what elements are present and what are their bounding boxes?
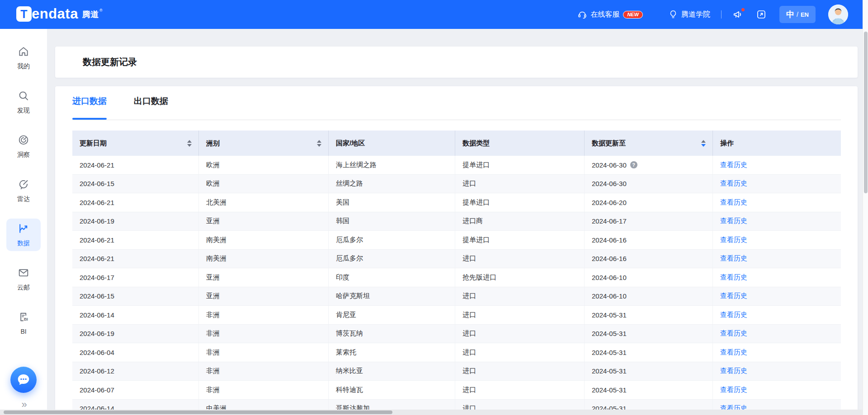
- cell-type: 提单进口: [455, 193, 585, 212]
- cell-country: 博茨瓦纳: [329, 325, 455, 343]
- sidebar-item-label: 云邮: [17, 284, 30, 291]
- view-history-link[interactable]: 查看历史: [720, 348, 747, 357]
- view-history-link[interactable]: 查看历史: [720, 367, 747, 375]
- fullscreen-button[interactable]: [756, 9, 767, 20]
- expand-icon: [756, 9, 767, 20]
- cell-date: 2024-06-21: [72, 156, 199, 174]
- cell-value: 提单进口: [462, 236, 490, 244]
- logo-name: endata: [32, 5, 78, 23]
- cell-value: 进口: [462, 367, 476, 375]
- cell-value: 2024-06-15: [80, 180, 114, 187]
- tab-bar: 进口数据 出口数据: [72, 86, 841, 120]
- vertical-scrollbar-thumb[interactable]: [864, 32, 868, 193]
- sidebar-item-label: 洞察: [17, 151, 30, 159]
- view-history-link[interactable]: 查看历史: [720, 292, 747, 300]
- view-history-link[interactable]: 查看历史: [720, 179, 747, 188]
- sidebar-item-bi[interactable]: BIBI: [6, 307, 41, 340]
- column-header-continent[interactable]: 洲别: [199, 131, 329, 156]
- cell-continent: 非洲: [199, 381, 329, 399]
- cell-continent: 亚洲: [199, 287, 329, 306]
- cell-value: 2024-06-21: [80, 255, 114, 262]
- cell-date: 2024-06-12: [72, 362, 199, 381]
- sidebar-item-discover[interactable]: 发现: [6, 86, 41, 118]
- view-history-link[interactable]: 查看历史: [720, 311, 747, 319]
- sidebar-item-radar[interactable]: 雷达: [6, 174, 41, 207]
- cell-continent: 南美洲: [199, 231, 329, 249]
- sidebar: 我的发现洞察雷达数据云邮BIBI »: [0, 29, 47, 415]
- sort-control[interactable]: [187, 140, 192, 147]
- view-history-link[interactable]: 查看历史: [720, 236, 747, 244]
- lang-separator: /: [797, 11, 798, 18]
- sort-control[interactable]: [701, 140, 706, 147]
- page-title: 数据更新记录: [83, 56, 137, 68]
- sidebar-item-home[interactable]: 我的: [6, 42, 41, 74]
- cell-date: 2024-06-21: [72, 250, 199, 268]
- tab-export-data[interactable]: 出口数据: [134, 96, 168, 120]
- cell-continent: 非洲: [199, 306, 329, 324]
- table-body: 2024-06-21欧洲海上丝绸之路提单进口2024-06-30?查看历史202…: [72, 156, 841, 415]
- cell-value: 2024-05-31: [592, 367, 627, 375]
- view-history-link[interactable]: 查看历史: [720, 198, 747, 207]
- cell-value: 非洲: [206, 311, 220, 319]
- announcement-button[interactable]: [732, 9, 743, 20]
- notification-dot: [741, 8, 745, 12]
- cell-updated_to: 2024-05-31: [585, 343, 713, 362]
- brand-logo[interactable]: T endata 腾道 ®: [16, 5, 103, 23]
- sidebar-item-data[interactable]: 数据: [6, 219, 41, 251]
- table-row: 2024-06-17亚洲印度抢先版进口2024-06-10查看历史: [72, 268, 841, 287]
- cell-value: 2024-06-12: [80, 367, 114, 375]
- sidebar-collapse-button[interactable]: »: [21, 399, 25, 410]
- cell-value: 进口商: [462, 217, 483, 225]
- view-history-link[interactable]: 查看历史: [720, 161, 747, 169]
- horizontal-scrollbar-track[interactable]: [0, 410, 863, 415]
- sidebar-item-label: 我的: [17, 62, 30, 70]
- sort-descending-icon: [701, 144, 706, 147]
- column-header-updated_to[interactable]: 数据更新至: [585, 131, 713, 156]
- cell-value: 2024-06-30: [592, 180, 627, 187]
- home-icon: [18, 46, 29, 59]
- sort-ascending-icon: [317, 140, 321, 143]
- language-switch-button[interactable]: 中 / EN: [779, 6, 816, 23]
- sort-control[interactable]: [317, 140, 321, 147]
- data-card: 进口数据 出口数据 更新日期洲别国家/地区数据类型数据更新至操作 2024-06…: [55, 86, 858, 415]
- cell-value: 进口: [462, 386, 476, 394]
- chat-support-button[interactable]: [10, 367, 37, 393]
- column-header-label: 洲别: [206, 139, 220, 148]
- view-history-link[interactable]: 查看历史: [720, 329, 747, 338]
- cell-date: 2024-06-14: [72, 306, 199, 324]
- cell-updated_to: 2024-06-10: [585, 268, 713, 287]
- horizontal-scrollbar-thumb[interactable]: [4, 410, 392, 414]
- academy-button[interactable]: 腾道学院: [668, 9, 710, 19]
- cell-date: 2024-06-19: [72, 325, 199, 343]
- cell-value: 进口: [462, 329, 476, 338]
- cell-type: 进口: [455, 175, 585, 193]
- sidebar-item-label: BI: [20, 328, 26, 336]
- cell-updated_to: 2024-06-30: [585, 175, 713, 193]
- view-history-link[interactable]: 查看历史: [720, 217, 747, 225]
- sidebar-item-insight[interactable]: 洞察: [6, 130, 41, 163]
- lang-en-label: EN: [801, 11, 809, 18]
- sidebar-item-mail[interactable]: 云邮: [6, 263, 41, 295]
- table-row: 2024-06-21南美洲厄瓜多尔进口2024-06-16查看历史: [72, 250, 841, 269]
- view-history-link[interactable]: 查看历史: [720, 386, 747, 394]
- cell-value: 进口: [462, 348, 476, 357]
- cell-updated_to: 2024-05-31: [585, 306, 713, 324]
- cell-action: 查看历史: [713, 231, 841, 249]
- cell-date: 2024-06-15: [72, 175, 199, 193]
- tab-import-data[interactable]: 进口数据: [72, 96, 107, 120]
- online-service-button[interactable]: 在线客服 NEW: [577, 9, 643, 19]
- cell-value: 南美洲: [206, 254, 226, 263]
- user-avatar[interactable]: [828, 5, 848, 24]
- vertical-scrollbar-track[interactable]: [863, 0, 868, 415]
- cell-value: 亚洲: [206, 217, 220, 225]
- cell-updated_to: 2024-05-31: [585, 325, 713, 343]
- lightbulb-icon: [668, 9, 678, 19]
- cell-value: 非洲: [206, 348, 220, 357]
- cell-type: 提单进口: [455, 231, 585, 249]
- cell-value: 进口: [462, 292, 476, 300]
- help-icon[interactable]: ?: [630, 161, 637, 168]
- view-history-link[interactable]: 查看历史: [720, 254, 747, 263]
- column-header-date[interactable]: 更新日期: [72, 131, 199, 156]
- cell-value: 哈萨克斯坦: [336, 292, 370, 300]
- view-history-link[interactable]: 查看历史: [720, 273, 747, 282]
